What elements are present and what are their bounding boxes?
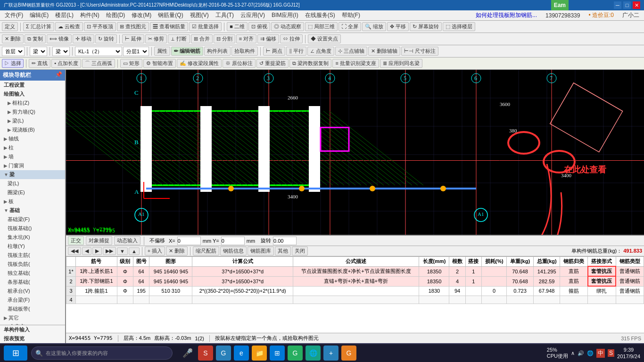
- app-icon-blue[interactable]: +: [323, 346, 339, 361]
- set-grip-btn[interactable]: ◆ 设置夹点: [308, 34, 341, 43]
- menu-rebar[interactable]: 钢筋量(Q): [155, 10, 186, 20]
- table-cell[interactable]: [192, 296, 293, 304]
- table-cell[interactable]: [449, 296, 465, 304]
- rect-btn[interactable]: ▭ 矩形: [120, 59, 142, 68]
- scale-rebar-btn[interactable]: 缩尺配筋: [193, 247, 219, 255]
- microphone-icon[interactable]: 🎤: [180, 346, 195, 361]
- table-cell[interactable]: [117, 296, 133, 304]
- table-cell[interactable]: 1: [465, 266, 481, 276]
- network-icon[interactable]: 🌐: [587, 350, 594, 356]
- mirror-btn[interactable]: ⟺ 镜像: [47, 34, 72, 43]
- table-cell[interactable]: 普通钢筋: [616, 266, 644, 276]
- x-input[interactable]: [177, 237, 201, 245]
- close-table-btn[interactable]: 关闭: [292, 247, 308, 255]
- table-cell[interactable]: [560, 296, 588, 304]
- menu-floor[interactable]: 楼层(L): [52, 10, 76, 20]
- table-cell[interactable]: 4: [449, 276, 465, 286]
- table-cell[interactable]: 3: [66, 286, 76, 296]
- nav-col-cap[interactable]: 柱墩(Y): [0, 242, 65, 251]
- align-btn[interactable]: ≡ 对齐: [236, 34, 256, 43]
- nav-door-window[interactable]: ▶ 门窗洞: [0, 161, 65, 170]
- nav-wall[interactable]: ▶ 墙: [0, 152, 65, 161]
- local-3d-btn[interactable]: ⬚ 局部三维: [305, 22, 338, 31]
- nav-first-btn[interactable]: ◀◀: [68, 247, 81, 255]
- table-cell[interactable]: 普通钢筋: [616, 286, 644, 296]
- table-cell[interactable]: [482, 276, 507, 286]
- nav-found-beam[interactable]: 基础梁(F): [0, 215, 65, 224]
- table-row[interactable]: 1*1跨.上通长筋1Φ64945 16460 94537*d+16500+37*…: [66, 266, 644, 276]
- y-input[interactable]: [221, 237, 245, 245]
- table-cell[interactable]: 64: [133, 266, 149, 276]
- top-view-btn[interactable]: ⊡ 俯视: [248, 22, 270, 31]
- trim-btn[interactable]: ✂ 修剪: [145, 34, 167, 43]
- table-cell[interactable]: Φ: [117, 266, 133, 276]
- app-icon-green[interactable]: G: [288, 346, 303, 361]
- table-cell[interactable]: 1跨.下部钢筋1: [76, 276, 117, 286]
- table-cell[interactable]: Φ: [117, 276, 133, 286]
- menu-draw[interactable]: 绘图(D): [103, 10, 128, 20]
- table-cell[interactable]: 282.59: [533, 276, 560, 286]
- table-cell[interactable]: 1跨.箍筋1: [76, 286, 117, 296]
- offset-btn[interactable]: ⇉ 偏移: [257, 34, 279, 43]
- start-button[interactable]: ⊞: [4, 346, 27, 361]
- table-cell[interactable]: 绑扎: [588, 286, 616, 296]
- table-cell[interactable]: 4: [66, 296, 76, 304]
- nav-slab[interactable]: ▶ 现浇板(B): [0, 125, 65, 134]
- nav-found-strip[interactable]: 基础板带(: [0, 304, 65, 313]
- nav-raft-main[interactable]: 筏板主筋(: [0, 251, 65, 260]
- zoom-btn[interactable]: 🔍 缩放: [362, 22, 386, 31]
- table-row[interactable]: 4: [66, 296, 644, 304]
- nav-beam[interactable]: ▶ 梁(L): [0, 116, 65, 125]
- table-cell[interactable]: 节点设置箍围图长度+净长+节点设置箍围图长度: [293, 266, 419, 276]
- delete-row-btn[interactable]: ✕ 删除: [166, 247, 188, 255]
- origin-mark-btn[interactable]: ※ 原位标注: [223, 59, 256, 68]
- find-element-btn[interactable]: ⊞ 查找图元: [117, 22, 149, 31]
- apply-same-btn[interactable]: ≣ 应用到同名梁: [380, 59, 422, 68]
- calc-btn[interactable]: Σ 汇总计算: [23, 22, 54, 31]
- menu-online[interactable]: 在线服务(S): [302, 10, 338, 20]
- stretch-btn[interactable]: ⇔ 拉伸: [280, 34, 303, 43]
- menu-help[interactable]: 帮助(F): [339, 10, 363, 20]
- element-select[interactable]: KL-1（2）: [75, 47, 122, 56]
- point-extend-btn[interactable]: • 点加长度: [51, 59, 81, 68]
- menu-bim[interactable]: BIM应用(I): [269, 10, 301, 20]
- app-icon-globe[interactable]: 🌐: [305, 346, 321, 361]
- nav-strip[interactable]: 条形基础(: [0, 278, 65, 287]
- view-rebar-btn[interactable]: ☰ 查看钢筋量: [150, 22, 188, 31]
- table-cell[interactable]: 70.648: [507, 266, 534, 276]
- table-cell[interactable]: 普通钢筋: [616, 276, 644, 286]
- table-cell[interactable]: 67.948: [533, 286, 560, 296]
- identify-support-btn[interactable]: ≡ 批量识别梁支座: [332, 59, 379, 68]
- flatten-btn[interactable]: ⊡ 平齐板顶: [84, 22, 116, 31]
- rotate-input[interactable]: [273, 237, 297, 245]
- copy-span-btn[interactable]: ⧉ 梁跨数据复制: [289, 59, 331, 68]
- select-floor-btn[interactable]: ⬚ 选择楼层: [443, 22, 475, 31]
- cad-canvas-area[interactable]: 在此处查看 X=94455 Y=7795: [66, 70, 644, 235]
- nav-next-btn[interactable]: ▶: [92, 247, 102, 255]
- move-btn[interactable]: ✛ 移动: [73, 34, 94, 43]
- nav-foundation-group[interactable]: ▼ 基础: [0, 206, 65, 215]
- table-cell[interactable]: 2: [66, 276, 76, 286]
- table-row[interactable]: 21跨.下部钢筋1Φ64945 16460 94537*d+16500+37*d…: [66, 276, 644, 286]
- app-icon-orange[interactable]: G: [341, 346, 356, 361]
- nav-column2[interactable]: ▶ 柱: [0, 143, 65, 152]
- 2d-btn[interactable]: ■ 二维: [227, 22, 248, 31]
- ime-icon[interactable]: S: [608, 349, 614, 357]
- table-cell[interactable]: 18350: [419, 266, 449, 276]
- arc-btn[interactable]: ⌒ 三点画弧: [82, 59, 115, 68]
- modify-seg-btn[interactable]: ✍ 修改梁段属性: [177, 59, 222, 68]
- table-cell[interactable]: 1*: [66, 266, 76, 276]
- cloud-check-btn[interactable]: ☁ 云检查: [55, 22, 83, 31]
- nav-down-btn[interactable]: ▼: [117, 247, 128, 255]
- nav-axis[interactable]: ▶ 轴线: [0, 134, 65, 143]
- table-cell[interactable]: 2*((350-2*20)+(550-2*20))+2*(11.9*d): [192, 286, 293, 296]
- table-cell[interactable]: [507, 296, 534, 304]
- snap-btn[interactable]: 对象捕捉: [86, 236, 112, 245]
- nav-beam-group[interactable]: ▼ 梁: [0, 170, 65, 179]
- table-cell[interactable]: [76, 296, 117, 304]
- table-cell[interactable]: 2: [449, 266, 465, 276]
- search-bar[interactable]: 🔍 在这里输入你要搜索的内容: [31, 346, 173, 360]
- table-cell[interactable]: 套管抗压: [588, 266, 616, 276]
- table-cell[interactable]: 1跨.上通长筋1: [76, 266, 117, 276]
- minimize-button[interactable]: ─: [614, 1, 621, 9]
